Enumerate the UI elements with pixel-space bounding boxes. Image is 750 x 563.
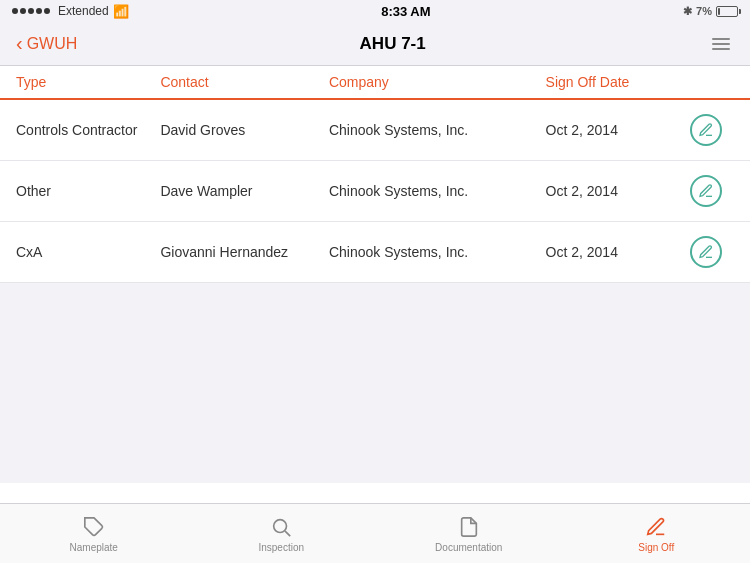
cell-action: [690, 236, 734, 268]
edit-icon-0: [698, 122, 714, 138]
wifi-icon: 📶: [113, 4, 129, 19]
dot1: [12, 8, 18, 14]
edit-button-0[interactable]: [690, 114, 722, 146]
cell-type: CxA: [16, 244, 160, 260]
nameplate-icon: [82, 515, 106, 539]
menu-line-3: [712, 48, 730, 50]
battery-percent: 7%: [696, 5, 712, 17]
inspection-icon: [269, 515, 293, 539]
tab-documentation-label: Documentation: [435, 542, 502, 553]
tab-nameplate-label: Nameplate: [70, 542, 118, 553]
table-row: CxA Giovanni Hernandez Chinook Systems, …: [0, 222, 750, 283]
tab-signoff[interactable]: Sign Off: [563, 515, 751, 553]
menu-line-2: [712, 43, 730, 45]
status-left: Extended 📶: [12, 4, 129, 19]
nav-bar: ‹ GWUH AHU 7-1: [0, 22, 750, 66]
cell-contact: Giovanni Hernandez: [160, 244, 329, 260]
cell-contact: Dave Wampler: [160, 183, 329, 199]
header-signoff: Sign Off Date: [546, 74, 690, 90]
menu-line-1: [712, 38, 730, 40]
cell-type: Controls Contractor: [16, 122, 160, 138]
table-row: Controls Contractor David Groves Chinook…: [0, 100, 750, 161]
header-type: Type: [16, 74, 160, 90]
back-chevron-icon: ‹: [16, 33, 23, 53]
cell-signoff: Oct 2, 2014: [546, 183, 690, 199]
battery-fill: [718, 8, 720, 15]
cell-contact: David Groves: [160, 122, 329, 138]
cell-company: Chinook Systems, Inc.: [329, 244, 546, 260]
edit-button-1[interactable]: [690, 175, 722, 207]
back-label: GWUH: [27, 35, 78, 53]
status-time: 8:33 AM: [381, 4, 430, 19]
tab-nameplate[interactable]: Nameplate: [0, 515, 188, 553]
back-button[interactable]: ‹ GWUH: [16, 35, 77, 53]
cell-signoff: Oct 2, 2014: [546, 244, 690, 260]
cell-action: [690, 114, 734, 146]
cell-action: [690, 175, 734, 207]
edit-icon-1: [698, 183, 714, 199]
carrier-label: Extended: [58, 4, 109, 18]
svg-line-2: [285, 531, 290, 536]
svg-point-1: [274, 519, 287, 532]
bluetooth-icon: ✱: [683, 5, 692, 18]
signoff-icon: [644, 515, 668, 539]
signal-dots: [12, 8, 50, 14]
tab-inspection[interactable]: Inspection: [188, 515, 376, 553]
cell-company: Chinook Systems, Inc.: [329, 122, 546, 138]
documentation-icon: [457, 515, 481, 539]
dot2: [20, 8, 26, 14]
dot5: [44, 8, 50, 14]
tab-signoff-label: Sign Off: [638, 542, 674, 553]
status-bar: Extended 📶 8:33 AM ✱ 7%: [0, 0, 750, 22]
table-empty-area: [0, 283, 750, 483]
table-row: Other Dave Wampler Chinook Systems, Inc.…: [0, 161, 750, 222]
cell-company: Chinook Systems, Inc.: [329, 183, 546, 199]
status-right: ✱ 7%: [683, 5, 738, 18]
header-contact: Contact: [160, 74, 329, 90]
menu-button[interactable]: [708, 34, 734, 54]
cell-type: Other: [16, 183, 160, 199]
cell-signoff: Oct 2, 2014: [546, 122, 690, 138]
edit-button-2[interactable]: [690, 236, 722, 268]
dot3: [28, 8, 34, 14]
table-header: Type Contact Company Sign Off Date: [0, 66, 750, 100]
tab-documentation[interactable]: Documentation: [375, 515, 563, 553]
edit-icon-2: [698, 244, 714, 260]
tab-bar: Nameplate Inspection Documentation: [0, 503, 750, 563]
nav-title: AHU 7-1: [360, 34, 426, 54]
dot4: [36, 8, 42, 14]
table-container: Type Contact Company Sign Off Date Contr…: [0, 66, 750, 503]
tab-inspection-label: Inspection: [258, 542, 304, 553]
table-body: Controls Contractor David Groves Chinook…: [0, 100, 750, 283]
header-company: Company: [329, 74, 546, 90]
battery-icon: [716, 6, 738, 17]
